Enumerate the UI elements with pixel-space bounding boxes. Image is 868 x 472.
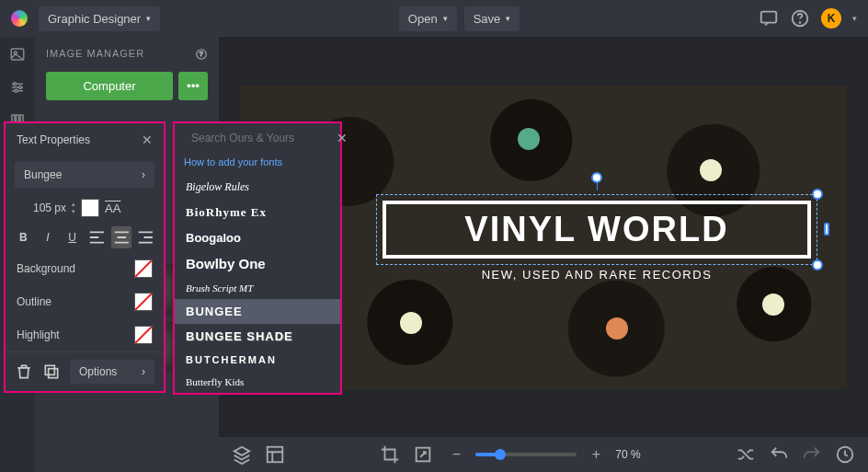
font-item[interactable]: Boogaloo (175, 225, 340, 250)
font-item[interactable]: Brush Script MT (175, 277, 340, 299)
mode-dropdown[interactable]: Graphic Designer ▾ (39, 6, 160, 31)
zoom-out-button[interactable]: − (446, 444, 466, 465)
delete-icon[interactable] (15, 361, 33, 383)
save-button[interactable]: Save ▾ (464, 6, 520, 31)
outline-color-swatch[interactable] (134, 293, 153, 311)
computer-upload-button[interactable]: Computer (46, 72, 173, 100)
slider-thumb[interactable] (495, 449, 506, 460)
font-family-select[interactable]: Bungee › (15, 162, 154, 188)
open-button[interactable]: Open ▾ (399, 6, 457, 31)
font-name-label: Bungee (24, 168, 62, 181)
font-item[interactable]: Bowlby One (175, 250, 340, 277)
sliders-tool-icon[interactable] (9, 79, 26, 96)
font-item[interactable]: BUNGEE SHADE (175, 324, 340, 349)
font-size-input[interactable] (15, 201, 66, 214)
template-icon[interactable] (265, 444, 285, 465)
font-picker-panel: ✕ How to add your fonts Bigelow Rules Bi… (173, 121, 342, 395)
resize-handle[interactable] (824, 223, 829, 236)
history-icon[interactable] (835, 444, 855, 465)
highlight-label: Highlight (17, 328, 60, 341)
open-label: Open (408, 12, 438, 26)
text-color-swatch[interactable] (81, 199, 99, 217)
help-icon[interactable] (790, 8, 810, 29)
vinyl-decor (518, 128, 540, 150)
align-center-button[interactable] (111, 226, 132, 248)
selected-text-element[interactable]: VINYL WORLD NEW, USED AND RARE RECORDS (376, 194, 817, 265)
more-upload-button[interactable]: ••• (178, 72, 208, 100)
save-label: Save (474, 12, 501, 26)
avatar[interactable]: K (821, 8, 841, 29)
outline-label: Outline (17, 295, 51, 308)
options-label: Options (79, 365, 117, 378)
italic-button[interactable]: I (38, 226, 59, 248)
redo-icon[interactable] (802, 444, 822, 465)
svg-text:?: ? (200, 51, 203, 57)
align-right-button[interactable] (135, 226, 156, 248)
text-case-icon[interactable]: AA (105, 201, 120, 215)
avatar-letter: K (828, 12, 836, 25)
background-label: Background (17, 262, 75, 275)
vinyl-decor (700, 159, 722, 181)
app-logo (11, 10, 28, 27)
duplicate-icon[interactable] (42, 361, 61, 383)
text-properties-panel: Text Properties ✕ Bungee › ▴▾ AA B I U B… (4, 121, 166, 393)
highlight-color-swatch[interactable] (134, 326, 153, 344)
shuffle-icon[interactable] (736, 444, 756, 465)
svg-point-7 (15, 89, 17, 92)
chat-icon[interactable] (759, 8, 779, 29)
font-item[interactable]: BioRhyme Ex (175, 200, 340, 225)
bottom-toolbar: − + 70 % (219, 437, 868, 472)
font-item[interactable]: Butterfly Kids (175, 371, 340, 393)
chevron-right-icon: › (142, 365, 145, 378)
zoom-slider[interactable] (475, 453, 577, 456)
undo-icon[interactable] (769, 444, 789, 465)
svg-rect-16 (268, 447, 283, 463)
zoom-control: − + 70 % (446, 444, 640, 465)
underline-button[interactable]: U (62, 226, 83, 248)
background-color-swatch[interactable] (134, 259, 153, 278)
vinyl-decor (762, 294, 784, 316)
chevron-down-icon: ▾ (146, 14, 151, 23)
align-left-button[interactable] (86, 226, 108, 248)
font-item[interactable]: Bigelow Rules (175, 175, 340, 200)
font-size-stepper[interactable]: ▴▾ (72, 201, 75, 215)
font-item[interactable]: BUTCHERMAN (175, 349, 340, 371)
zoom-value: 70 % (615, 448, 640, 461)
expand-icon[interactable] (413, 444, 433, 465)
svg-point-5 (14, 83, 17, 86)
svg-rect-0 (761, 12, 777, 23)
close-icon[interactable]: ✕ (337, 131, 348, 145)
options-button[interactable]: Options › (70, 360, 154, 384)
layers-icon[interactable] (232, 444, 252, 465)
crop-icon[interactable] (380, 444, 400, 465)
text-format-toolbar: B I U (6, 223, 164, 252)
svg-rect-13 (49, 369, 58, 378)
mode-label: Graphic Designer (48, 12, 141, 26)
svg-point-2 (800, 22, 801, 23)
chevron-down-icon: ▾ (443, 14, 448, 23)
resize-handle[interactable] (812, 189, 823, 200)
font-item-selected[interactable]: BUNGEE (175, 299, 340, 324)
chevron-down-icon[interactable]: ▾ (852, 14, 857, 23)
vinyl-decor (606, 317, 628, 340)
bold-button[interactable]: B (13, 226, 34, 248)
rotate-handle[interactable] (591, 172, 602, 183)
chevron-down-icon: ▾ (506, 14, 510, 23)
panel-title: IMAGE MANAGER (46, 48, 144, 61)
font-search-input[interactable] (191, 132, 329, 144)
panel-title: Text Properties (17, 133, 90, 146)
top-bar: Graphic Designer ▾ Open ▾ Save ▾ K ▾ (0, 0, 868, 37)
headline-text[interactable]: VINYL WORLD (399, 210, 794, 249)
svg-rect-14 (45, 365, 54, 374)
add-fonts-link[interactable]: How to add your fonts (175, 153, 340, 175)
subline-text: NEW, USED AND RARE RECORDS (376, 268, 817, 282)
image-tool-icon[interactable] (9, 46, 26, 63)
vinyl-decor (400, 312, 422, 334)
svg-point-6 (19, 86, 22, 89)
zoom-in-button[interactable]: + (586, 444, 606, 465)
chevron-right-icon: › (142, 168, 145, 181)
close-icon[interactable]: ✕ (142, 132, 153, 147)
font-list[interactable]: Bigelow Rules BioRhyme Ex Boogaloo Bowlb… (175, 175, 340, 393)
help-icon[interactable]: ? (195, 48, 208, 61)
